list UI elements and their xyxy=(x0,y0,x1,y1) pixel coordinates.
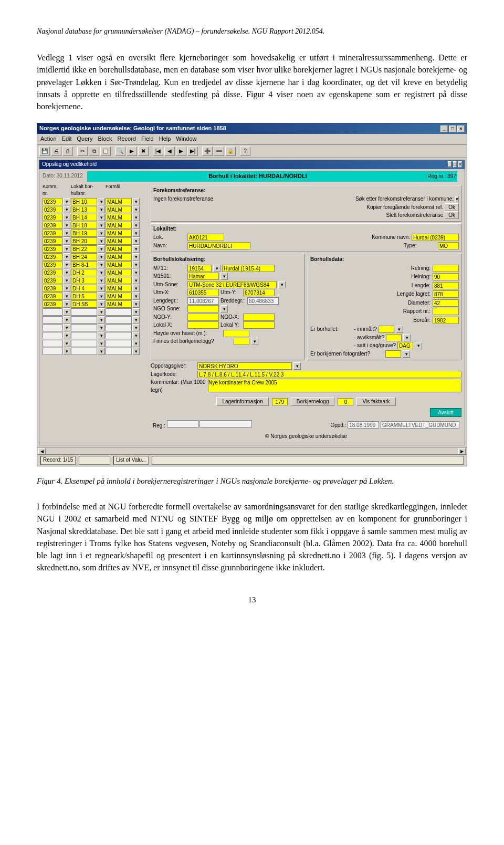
scroll-left-icon[interactable]: ◀ xyxy=(38,448,46,454)
hull-dropdown-icon[interactable]: ▾ xyxy=(98,324,105,331)
save-icon[interactable]: 💾 xyxy=(39,147,50,156)
formal-input[interactable]: MALM xyxy=(106,245,132,253)
komm-dropdown-icon[interactable]: ▾ xyxy=(63,293,70,300)
minimize-icon[interactable]: _ xyxy=(440,126,448,132)
komm-empty[interactable] xyxy=(43,340,62,347)
hull-input[interactable]: BH 18 xyxy=(71,222,97,229)
hull-empty[interactable] xyxy=(71,340,97,347)
menu-window[interactable]: Window xyxy=(176,135,196,143)
print-setup-icon[interactable]: ⎙ xyxy=(62,147,73,156)
inner-max-icon[interactable]: □ xyxy=(453,161,457,168)
paste-icon[interactable]: 📋 xyxy=(100,147,111,156)
hull-input[interactable]: DH 5 xyxy=(71,293,97,300)
komm-input[interactable]: 0239 xyxy=(43,269,62,276)
inner-min-icon[interactable]: _ xyxy=(448,161,452,168)
hull-input[interactable]: BH 8-1 xyxy=(71,261,97,268)
hull-input[interactable]: BH 14 xyxy=(71,214,97,221)
lok-input[interactable]: AK0121 xyxy=(187,234,224,241)
formal-dropdown-icon[interactable]: ▾ xyxy=(132,324,140,331)
komm-input[interactable]: 0239 xyxy=(43,245,62,253)
komm-input[interactable]: 0239 xyxy=(43,214,62,221)
satt-dropdown-icon[interactable]: ▾ xyxy=(415,342,422,349)
formal-dropdown-icon[interactable]: ▾ xyxy=(132,277,140,284)
komm-dropdown-icon[interactable]: ▾ xyxy=(63,261,70,268)
formal-dropdown-icon[interactable]: ▾ xyxy=(132,198,140,205)
hull-input[interactable]: DH 2 xyxy=(71,269,97,276)
komm-dropdown-icon[interactable]: ▾ xyxy=(63,269,70,276)
formal-dropdown-icon[interactable]: ▾ xyxy=(132,269,140,276)
komm-input[interactable]: 0239 xyxy=(43,300,62,308)
hoyde-input[interactable] xyxy=(223,330,249,337)
scroll-right-icon[interactable]: ▶ xyxy=(458,448,466,454)
help-icon[interactable]: ? xyxy=(240,147,250,156)
oppdragsgiver-dropdown-icon[interactable]: ▾ xyxy=(293,362,301,370)
formal-dropdown-icon[interactable]: ▾ xyxy=(132,293,140,300)
m1501-input[interactable]: Hamar xyxy=(187,273,219,280)
komm-dropdown-icon[interactable]: ▾ xyxy=(63,340,70,347)
formal-dropdown-icon[interactable]: ▾ xyxy=(132,253,140,260)
hull-dropdown-icon[interactable]: ▾ xyxy=(98,245,105,253)
utmsone-dropdown-icon[interactable]: ▾ xyxy=(278,281,286,288)
lokalx-input[interactable] xyxy=(187,321,219,329)
fotografert-input[interactable] xyxy=(385,350,401,358)
query-cancel-icon[interactable]: ✖ xyxy=(138,147,149,156)
formal-dropdown-icon[interactable]: ▾ xyxy=(132,206,140,213)
komm-empty[interactable] xyxy=(43,308,62,316)
hull-input[interactable]: BH 24 xyxy=(71,253,97,260)
formal-input[interactable]: MALM xyxy=(106,198,132,205)
komm-input[interactable]: 0239 xyxy=(43,222,62,229)
prev-icon[interactable]: ◀ xyxy=(164,147,175,156)
m711a-dropdown-icon[interactable]: ▾ xyxy=(213,265,220,272)
hull-dropdown-icon[interactable]: ▾ xyxy=(98,229,105,237)
formal-dropdown-icon[interactable]: ▾ xyxy=(132,332,140,339)
hull-dropdown-icon[interactable]: ▾ xyxy=(98,316,105,324)
cut-icon[interactable]: ✂ xyxy=(77,147,88,156)
hull-dropdown-icon[interactable]: ▾ xyxy=(98,332,105,339)
formal-input[interactable]: MALM xyxy=(106,229,132,237)
oppdragsgiver-input[interactable]: NORSK HYDRO xyxy=(197,362,292,370)
last-icon[interactable]: ▶| xyxy=(187,147,198,156)
formal-empty[interactable] xyxy=(106,348,132,355)
hull-input[interactable]: BH 20 xyxy=(71,237,97,245)
komm-empty[interactable] xyxy=(43,324,62,331)
formal-dropdown-icon[interactable]: ▾ xyxy=(132,348,140,355)
hull-dropdown-icon[interactable]: ▾ xyxy=(98,340,105,347)
formal-dropdown-icon[interactable]: ▾ xyxy=(132,222,140,229)
formal-empty[interactable] xyxy=(106,340,132,347)
retning-input[interactable] xyxy=(433,265,459,272)
menu-action[interactable]: Action xyxy=(40,135,57,143)
hull-dropdown-icon[interactable]: ▾ xyxy=(98,285,105,292)
komm-input[interactable]: 0239 xyxy=(43,198,62,205)
komm-input[interactable]: 0239 xyxy=(43,229,62,237)
komm-dropdown-icon[interactable]: ▾ xyxy=(63,206,70,213)
next-icon[interactable]: ▶ xyxy=(176,147,186,156)
komm-dropdown-icon[interactable]: ▾ xyxy=(63,277,70,284)
komm-dropdown-icon[interactable]: ▾ xyxy=(63,308,70,316)
hull-input[interactable]: DH 5B xyxy=(71,300,97,308)
hull-empty[interactable] xyxy=(71,324,97,331)
hull-empty[interactable] xyxy=(71,332,97,339)
kommentar-input[interactable]: Nye kordinater fra Crew 2005 xyxy=(208,379,461,392)
formal-input[interactable]: MALM xyxy=(106,261,132,268)
formal-dropdown-icon[interactable]: ▾ xyxy=(132,285,140,292)
komm-dropdown-icon[interactable]: ▾ xyxy=(63,245,70,253)
print-icon[interactable]: 🖨 xyxy=(51,147,61,156)
hull-dropdown-icon[interactable]: ▾ xyxy=(98,253,105,260)
borkjernelogg-button[interactable]: Borkjernelogg xyxy=(291,397,335,406)
komm-input[interactable]: 0239 xyxy=(43,285,62,292)
navn-input[interactable]: HURDAL/NORDLI xyxy=(187,242,250,249)
komm-empty[interactable] xyxy=(43,316,62,324)
kommune-input[interactable]: Hurdal (0239) xyxy=(412,234,459,241)
m711b-input[interactable]: Hurdal (1915-4) xyxy=(222,265,275,272)
formal-dropdown-icon[interactable]: ▾ xyxy=(132,308,140,316)
menu-block[interactable]: Block xyxy=(98,135,112,143)
finnes-input[interactable] xyxy=(234,338,249,345)
hull-dropdown-icon[interactable]: ▾ xyxy=(98,269,105,276)
maximize-icon[interactable]: □ xyxy=(449,126,456,132)
komm-dropdown-icon[interactable]: ▾ xyxy=(63,237,70,245)
hull-empty[interactable] xyxy=(71,348,97,355)
query-enter-icon[interactable]: 🔍 xyxy=(115,147,125,156)
innmalt-input[interactable] xyxy=(379,326,394,333)
hull-input[interactable]: BH 19 xyxy=(71,229,97,237)
formal-dropdown-icon[interactable]: ▾ xyxy=(132,229,140,237)
